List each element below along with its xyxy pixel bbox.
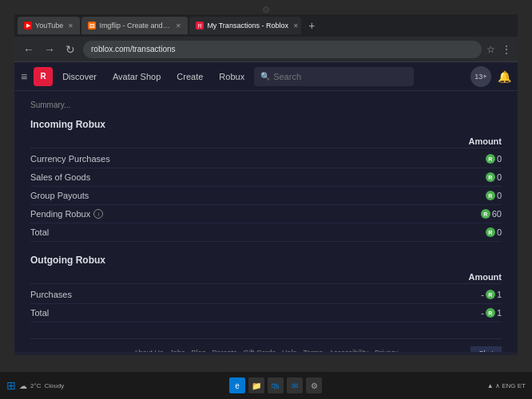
robux-icon-pending: R <box>481 209 490 219</box>
outgoing-section-header: Outgoing Robux <box>30 251 502 269</box>
taskbar-left: ⊞ ☁ 2°C Cloudy <box>6 379 64 392</box>
purchases-label: Purchases <box>30 290 72 299</box>
footer-accessibility[interactable]: Accessibility <box>329 349 368 353</box>
search-input[interactable] <box>273 72 407 81</box>
bookmark-icon[interactable]: ☆ <box>486 44 495 55</box>
youtube-tab-icon: ▶ <box>24 22 32 30</box>
taskbar-settings-icon[interactable]: ⚙ <box>306 377 322 393</box>
section-divider <box>30 242 502 251</box>
footer-parents[interactable]: Parents <box>212 349 236 353</box>
taskbar-mail-icon[interactable]: ✉ <box>287 377 303 393</box>
outgoing-table-header: Amount <box>30 271 502 284</box>
currency-purchases-label: Currency Purchases <box>30 154 110 164</box>
footer-jobs[interactable]: Jobs <box>169 349 185 353</box>
avatar-button[interactable]: 13+ <box>470 66 491 87</box>
forward-button[interactable]: → <box>42 43 58 56</box>
browser-actions: ☆ ⋮ <box>486 44 511 55</box>
taskbar-store-icon[interactable]: 🛍 <box>268 377 284 393</box>
currency-purchases-value: R 0 <box>486 154 502 164</box>
footer-privacy[interactable]: Privacy <box>375 349 399 353</box>
incoming-section-header: Incoming Robux <box>30 116 502 133</box>
tab-bar: ▶ YouTube ✕ 🖼 Imgflip - Create and Share… <box>14 14 518 37</box>
weather-icon: ☁ <box>19 381 27 390</box>
imgflip-tab-icon: 🖼 <box>88 22 96 30</box>
total-incoming-label: Total <box>30 227 49 237</box>
taskbar-edge-icon[interactable]: e <box>229 377 245 393</box>
roblox-tab-icon: R <box>196 22 204 30</box>
sales-of-goods-label: Sales of Goods <box>30 172 90 182</box>
tab-youtube-label: YouTube <box>35 22 63 30</box>
row-total-outgoing: Total - R 1 <box>30 304 502 322</box>
total-outgoing-label: Total <box>30 308 49 318</box>
pending-robux-info-icon[interactable]: i <box>93 209 103 219</box>
new-tab-button[interactable]: + <box>303 17 320 34</box>
bell-icon[interactable]: 🔔 <box>498 70 511 83</box>
refresh-button[interactable]: ↻ <box>62 43 78 56</box>
group-payouts-label: Group Payouts <box>30 191 89 200</box>
robux-icon-total-incoming: R <box>486 227 495 237</box>
sales-of-goods-amount: 0 <box>497 172 502 182</box>
webcam <box>263 6 269 13</box>
row-pending-robux: Pending Robux i R 60 <box>30 205 502 223</box>
pending-robux-value: R 60 <box>481 209 502 219</box>
search-icon: 🔍 <box>260 72 270 81</box>
taskbar: ⊞ ☁ 2°C Cloudy e 📁 🛍 ✉ ⚙ ▲ ∧ ENG ET <box>0 372 532 399</box>
address-bar: ← → ↻ ☆ ⋮ <box>14 37 518 62</box>
tab-imgflip-label: Imgflip - Create and Share Awes... <box>99 22 171 30</box>
page-subtitle: Summary... <box>30 101 502 109</box>
tab-youtube[interactable]: ▶ YouTube ✕ <box>18 17 80 34</box>
taskbar-right: ▲ ∧ ENG ET <box>487 382 526 389</box>
chat-button[interactable]: Chat <box>470 346 502 352</box>
roblox-navbar: ≡ R Discover Avatar Shop Create Robux 🔍 … <box>14 62 518 91</box>
robux-icon-sales: R <box>486 172 495 182</box>
weather-temp: 2°C <box>30 382 41 389</box>
purchases-amount: 1 <box>497 290 502 299</box>
footer-gift-cards[interactable]: Gift Cards <box>244 349 276 353</box>
start-button[interactable]: ⊞ <box>6 379 16 392</box>
footer-blog[interactable]: Blog <box>191 349 205 353</box>
group-payouts-value: R 0 <box>486 191 502 200</box>
total-outgoing-value: - R 1 <box>481 308 502 318</box>
total-incoming-amount: 0 <box>497 227 502 237</box>
taskbar-explorer-icon[interactable]: 📁 <box>248 377 264 393</box>
row-purchases: Purchases - R 1 <box>30 286 502 304</box>
browser-chrome: ▶ YouTube ✕ 🖼 Imgflip - Create and Share… <box>14 14 518 62</box>
robux-icon-total-outgoing: R <box>486 308 495 318</box>
page-footer: About Us Jobs Blog Parents Gift Cards He… <box>30 338 502 352</box>
total-outgoing-amount: 1 <box>497 308 502 318</box>
nav-item-create[interactable]: Create <box>170 72 209 81</box>
roblox-logo: R <box>34 67 53 86</box>
page-content: Summary... Incoming Robux Amount Currenc… <box>14 91 518 352</box>
footer-help[interactable]: Help <box>282 349 297 353</box>
tab-imgflip-close[interactable]: ✕ <box>176 22 181 30</box>
nav-item-avatar-shop[interactable]: Avatar Shop <box>106 72 167 81</box>
footer-about-us[interactable]: About Us <box>133 349 163 353</box>
tab-roblox-close[interactable]: ✕ <box>293 22 299 30</box>
nav-right: 13+ 🔔 <box>470 66 511 87</box>
tab-roblox-label: My Transactions - Roblox <box>207 22 288 30</box>
more-icon[interactable]: ⋮ <box>502 44 511 55</box>
tab-imgflip[interactable]: 🖼 Imgflip - Create and Share Awes... ✕ <box>81 17 188 34</box>
nav-item-discover[interactable]: Discover <box>56 72 103 81</box>
robux-icon-group: R <box>486 191 495 200</box>
nav-item-robux[interactable]: Robux <box>212 72 251 81</box>
tab-roblox[interactable]: R My Transactions - Roblox ✕ <box>189 17 301 34</box>
pending-robux-label: Pending Robux i <box>30 209 103 219</box>
back-button[interactable]: ← <box>21 43 37 56</box>
search-bar[interactable]: 🔍 <box>254 67 414 86</box>
robux-icon-purchases: R <box>486 290 495 299</box>
purchases-value: - R 1 <box>481 290 502 299</box>
weather-condition: Cloudy <box>44 382 64 389</box>
group-payouts-amount: 0 <box>497 191 502 200</box>
footer-terms[interactable]: Terms <box>304 349 324 353</box>
sales-of-goods-value: R 0 <box>486 172 502 182</box>
taskbar-center: e 📁 🛍 ✉ ⚙ <box>64 377 487 393</box>
url-input[interactable] <box>83 41 482 58</box>
tab-youtube-close[interactable]: ✕ <box>68 22 73 30</box>
laptop-frame: ▶ YouTube ✕ 🖼 Imgflip - Create and Share… <box>0 0 532 399</box>
taskbar-time: ▲ ∧ ENG ET <box>487 382 526 389</box>
row-group-payouts: Group Payouts R 0 <box>30 187 502 205</box>
row-sales-of-goods: Sales of Goods R 0 <box>30 168 502 187</box>
hamburger-icon[interactable]: ≡ <box>21 70 27 83</box>
pending-robux-amount: 60 <box>492 209 502 219</box>
